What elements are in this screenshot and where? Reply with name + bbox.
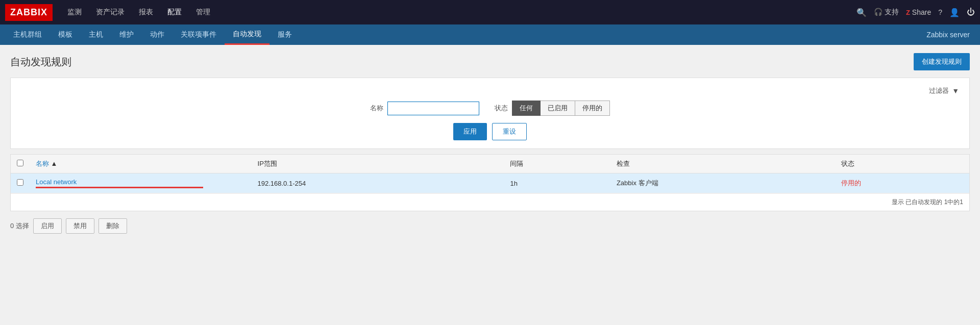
row-name-cell: Local network <box>30 173 252 193</box>
filter-status-label: 状态 <box>495 104 508 113</box>
subnav-hostgroups[interactable]: 主机群组 <box>5 24 50 45</box>
disable-button[interactable]: 禁用 <box>66 218 94 234</box>
table-header-interval: 间隔 <box>504 155 610 173</box>
filter-label: 过滤器 <box>929 86 949 95</box>
filter-reset-button[interactable]: 重设 <box>492 123 527 140</box>
enable-button[interactable]: 启用 <box>33 218 62 234</box>
filter-row: 名称 状态 任何 已启用 停用的 <box>21 101 959 116</box>
row-checkbox[interactable] <box>17 179 23 186</box>
row-checkbox-cell <box>11 173 30 193</box>
status-disabled-button[interactable]: 停用的 <box>575 101 610 116</box>
filter-apply-button[interactable]: 应用 <box>453 123 487 140</box>
nav-item-reports[interactable]: 报表 <box>132 0 160 24</box>
user-icon[interactable]: 👤 <box>949 8 960 17</box>
row-name-link[interactable]: Local network <box>36 178 77 186</box>
status-enabled-button[interactable]: 已启用 <box>541 101 575 116</box>
subnav-hosts[interactable]: 主机 <box>81 24 111 45</box>
subnav-actions[interactable]: 动作 <box>142 24 173 45</box>
filter-funnel-icon[interactable]: ▼ <box>952 87 959 95</box>
sub-navigation: 主机群组 模板 主机 维护 动作 关联项事件 自动发现 服务 Zabbix se… <box>0 24 980 45</box>
top-navigation: ZABBIX 监测 资产记录 报表 配置 管理 🔍 🎧 支持 Z Share ?… <box>0 0 980 24</box>
filter-section: 过滤器 ▼ 名称 状态 任何 已启用 停用的 应用 重设 <box>10 78 970 149</box>
page-title: 自动发现规则 <box>10 55 71 69</box>
filter-status-buttons: 任何 已启用 停用的 <box>512 101 610 116</box>
share-link[interactable]: Z Share <box>906 8 931 16</box>
bottom-action-bar: 0 选择 启用 禁用 删除 <box>10 213 970 239</box>
help-icon[interactable]: ? <box>938 8 942 16</box>
nav-item-monitor[interactable]: 监测 <box>60 0 89 24</box>
row-check-cell: Zabbix 客户端 <box>610 173 835 193</box>
status-any-button[interactable]: 任何 <box>512 101 541 116</box>
table-row: Local network 192.168.0.1-254 1h Zabbix … <box>11 173 969 193</box>
subnav-event-correlation[interactable]: 关联项事件 <box>173 24 225 45</box>
table-header-row: 名称 ▲ IP范围 间隔 检查 状态 <box>11 155 969 173</box>
top-nav-right: 🔍 🎧 支持 Z Share ? 👤 ⏻ <box>856 8 975 17</box>
search-icon[interactable]: 🔍 <box>856 8 867 17</box>
logout-icon[interactable]: ⏻ <box>967 8 975 17</box>
filter-status-group: 状态 任何 已启用 停用的 <box>495 101 610 116</box>
row-status-cell: 停用的 <box>835 173 969 193</box>
table-header-name[interactable]: 名称 ▲ <box>30 155 252 173</box>
page-header: 自动发现规则 创建发现规则 <box>10 53 970 70</box>
filter-name-input[interactable] <box>387 102 479 115</box>
nav-item-config[interactable]: 配置 <box>160 0 189 24</box>
page-content: 自动发现规则 创建发现规则 过滤器 ▼ 名称 状态 任何 已启用 停用的 应用 <box>0 45 980 301</box>
row-ip-cell: 192.168.0.1-254 <box>252 173 504 193</box>
logo: ZABBIX <box>5 4 53 21</box>
server-name: Zabbix server <box>926 31 975 39</box>
create-rule-button[interactable]: 创建发现规则 <box>914 53 970 70</box>
table-header-checkbox <box>11 155 30 173</box>
table-header-ip: IP范围 <box>252 155 504 173</box>
subnav-maintenance[interactable]: 维护 <box>111 24 142 45</box>
filter-header: 过滤器 ▼ <box>21 86 959 95</box>
discovery-rules-table: 名称 ▲ IP范围 间隔 检查 状态 Local network <box>11 155 969 193</box>
nav-item-admin[interactable]: 管理 <box>189 0 217 24</box>
table-header-check: 检查 <box>610 155 835 173</box>
selected-count-label: 0 选择 <box>10 221 29 231</box>
delete-button[interactable]: 删除 <box>99 218 127 234</box>
table-summary: 显示 已自动发现的 1中的1 <box>11 193 969 211</box>
filter-name-label: 名称 <box>370 104 383 113</box>
subnav-services[interactable]: 服务 <box>270 24 300 45</box>
subnav-templates[interactable]: 模板 <box>50 24 81 45</box>
table-header-status: 状态 <box>835 155 969 173</box>
select-all-checkbox[interactable] <box>17 160 23 166</box>
nav-item-assets[interactable]: 资产记录 <box>89 0 132 24</box>
filter-name-group: 名称 <box>370 102 479 115</box>
filter-actions: 应用 重设 <box>21 123 959 140</box>
data-table-container: 名称 ▲ IP范围 间隔 检查 状态 Local network <box>10 154 970 211</box>
row-interval-cell: 1h <box>504 173 610 193</box>
sort-name-link[interactable]: 名称 <box>36 160 49 167</box>
support-link[interactable]: 🎧 支持 <box>874 8 899 17</box>
subnav-autodiscovery[interactable]: 自动发现 <box>225 24 270 45</box>
